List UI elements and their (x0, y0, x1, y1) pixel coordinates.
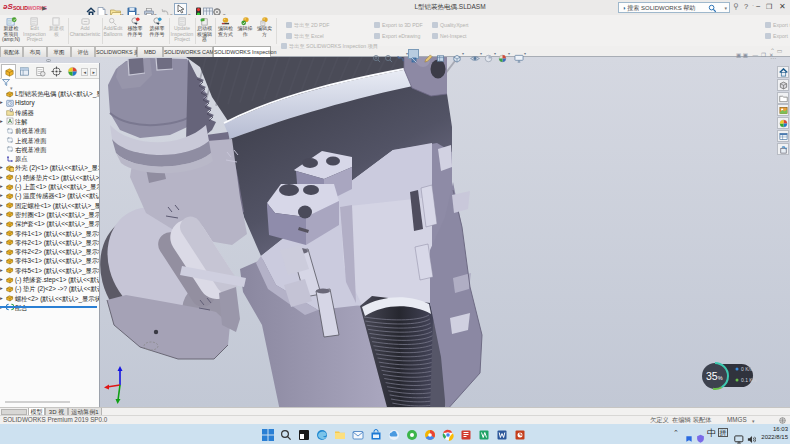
svg-text:0.1 K/s: 0.1 K/s (741, 377, 757, 383)
svg-text:0 K/s: 0 K/s (741, 366, 753, 372)
